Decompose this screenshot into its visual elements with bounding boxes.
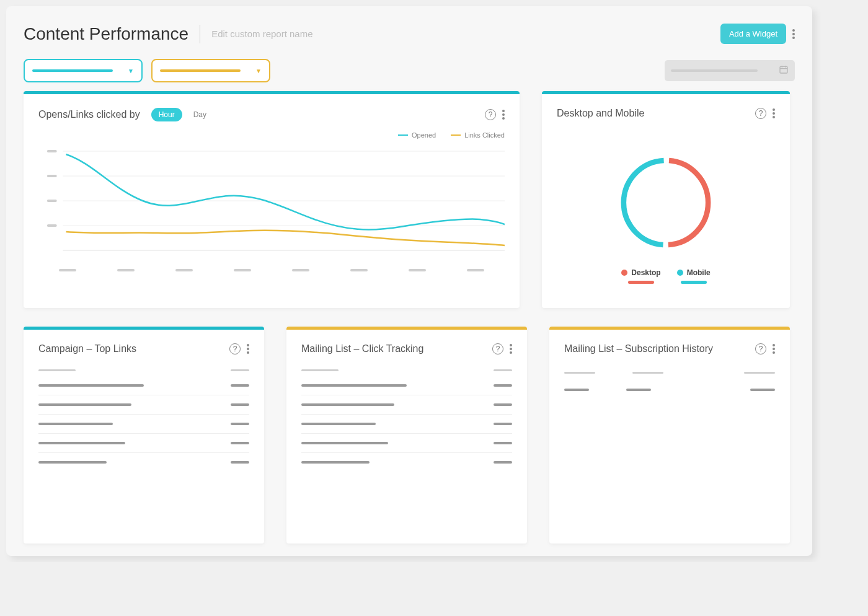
help-icon[interactable]: ? [229, 343, 241, 354]
svg-rect-7 [47, 175, 57, 177]
help-icon[interactable]: ? [755, 343, 766, 354]
panel-more-icon[interactable] [247, 344, 249, 354]
list-item[interactable] [301, 453, 512, 472]
placeholder-line [32, 69, 113, 72]
page-title: Content Performance [24, 24, 188, 44]
panel-title: Mailing List – Click Tracking [301, 343, 423, 354]
time-granularity-toggle: Hour Day [151, 108, 214, 121]
date-range-picker[interactable] [665, 60, 795, 81]
panel-more-icon[interactable] [502, 110, 505, 120]
line-chart-svg [38, 139, 505, 263]
chevron-down-icon: ▼ [255, 68, 262, 74]
filter-dropdown-primary[interactable]: ▼ [24, 59, 143, 82]
panel-title: Campaign – Top Links [38, 343, 136, 354]
add-widget-button[interactable]: Add a Widget [720, 24, 786, 44]
filter-bar: ▼ ▼ [24, 59, 795, 82]
panel-subscription-history: Mailing List – Subscription History ? [549, 327, 790, 543]
list-item[interactable] [38, 434, 249, 453]
svg-rect-6 [47, 150, 57, 152]
series-links-clicked [66, 231, 505, 245]
line-chart-legend: Opened Links Clicked [38, 131, 505, 139]
svg-rect-0 [780, 66, 787, 73]
calendar-icon [779, 64, 789, 77]
filter-dropdown-secondary[interactable]: ▼ [151, 59, 270, 82]
svg-rect-9 [47, 224, 57, 227]
panel-click-tracking: Mailing List – Click Tracking ? [286, 327, 527, 543]
chevron-down-icon: ▼ [128, 68, 134, 74]
donut-legend: Desktop Mobile [621, 268, 710, 284]
list-item[interactable] [38, 395, 249, 415]
title-divider [200, 25, 200, 43]
widget-grid: Opens/Links clicked by Hour Day ? Opened… [24, 91, 795, 543]
report-page: Content Performance Edit custom report n… [6, 6, 812, 556]
legend-opened: Opened [398, 131, 436, 139]
placeholder-list [24, 361, 264, 486]
list-item[interactable] [301, 415, 512, 434]
panel-more-icon[interactable] [510, 344, 512, 354]
legend-links-clicked: Links Clicked [451, 131, 505, 139]
help-icon[interactable]: ? [492, 343, 503, 354]
donut-chart-svg [610, 147, 722, 258]
panel-title: Mailing List – Subscription History [564, 343, 713, 354]
placeholder-list [286, 361, 527, 486]
panel-desktop-mobile: Desktop and Mobile ? Desktop [542, 91, 790, 308]
x-axis-ticks [38, 269, 505, 271]
list-item[interactable] [301, 395, 512, 415]
list-item[interactable] [38, 415, 249, 434]
table-row[interactable] [564, 381, 775, 398]
edit-report-name[interactable]: Edit custom report name [211, 29, 312, 39]
list-item[interactable] [38, 453, 249, 472]
legend-mobile: Mobile [677, 268, 711, 284]
panel-opens-links: Opens/Links clicked by Hour Day ? Opened… [24, 91, 520, 308]
toggle-hour[interactable]: Hour [151, 108, 182, 121]
panel-more-icon[interactable] [773, 344, 775, 354]
list-item[interactable] [301, 434, 512, 453]
toggle-day[interactable]: Day [186, 108, 214, 121]
panel-title: Opens/Links clicked by [38, 109, 140, 120]
placeholder-line [160, 69, 241, 72]
line-chart-area: Opened Links Clicked [24, 128, 520, 308]
donut-chart-area: Desktop Mobile [542, 125, 790, 308]
panel-more-icon[interactable] [773, 108, 775, 118]
list-item[interactable] [38, 376, 249, 395]
series-opened [66, 154, 505, 229]
panel-top-links: Campaign – Top Links ? [24, 327, 264, 543]
panel-title: Desktop and Mobile [557, 108, 644, 119]
page-header: Content Performance Edit custom report n… [24, 24, 795, 44]
legend-desktop: Desktop [621, 268, 660, 284]
help-icon[interactable]: ? [485, 109, 496, 120]
placeholder-line [671, 69, 758, 72]
placeholder-table [549, 361, 790, 413]
help-icon[interactable]: ? [755, 108, 766, 119]
page-more-icon[interactable] [792, 29, 795, 39]
svg-rect-8 [47, 200, 57, 202]
list-item[interactable] [301, 376, 512, 395]
